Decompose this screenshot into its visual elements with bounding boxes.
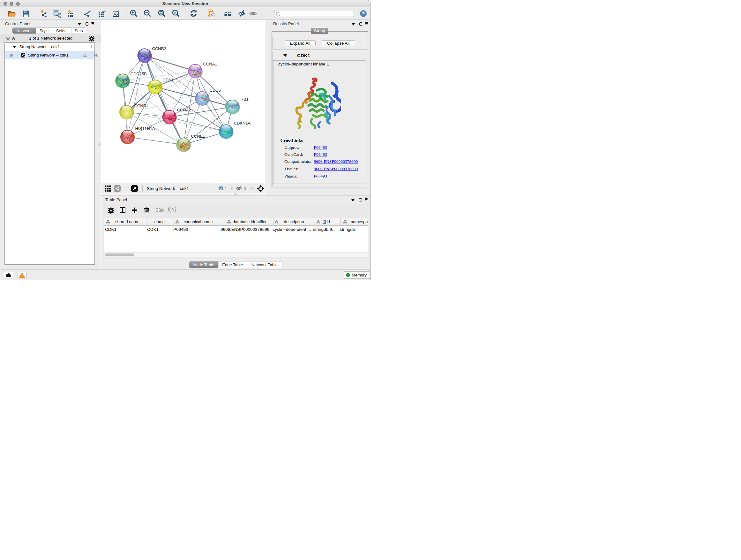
svg-text:CCNB2: CCNB2 — [152, 46, 166, 51]
svg-text:CCNA1: CCNA1 — [203, 62, 217, 66]
svg-text:CCNA2: CCNA2 — [177, 108, 191, 112]
svg-text:CDC6: CDC6 — [209, 88, 220, 92]
svg-text:CCNE1: CCNE1 — [191, 134, 205, 138]
svg-text:RB1: RB1 — [240, 97, 248, 102]
svg-text:CDK1: CDK1 — [162, 78, 174, 82]
svg-text:CCNB1: CCNB1 — [134, 104, 148, 108]
svg-text:CDC25B: CDC25B — [130, 71, 146, 76]
svg-text:CDKN1A: CDKN1A — [233, 121, 251, 125]
svg-text:HIST1H1A: HIST1H1A — [135, 126, 155, 131]
